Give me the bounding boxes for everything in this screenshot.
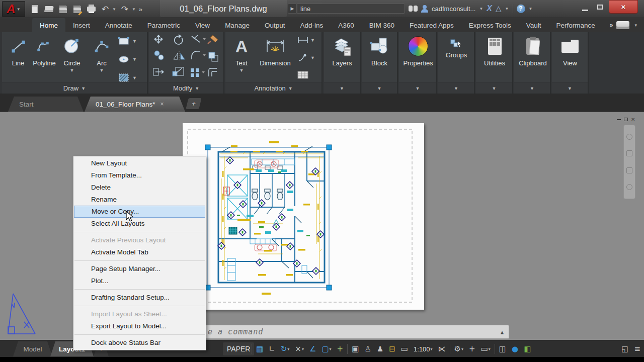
circle-dropdown[interactable]: ▼: [70, 68, 74, 73]
ribbon-minimize-dropdown[interactable]: ▾: [634, 23, 637, 28]
redo-dropdown[interactable]: ▼: [132, 7, 136, 12]
ortho-mode-icon[interactable]: ∟: [267, 344, 277, 354]
drawing-restore-icon[interactable]: [624, 118, 628, 121]
leader-dropdown[interactable]: ▼: [310, 55, 315, 60]
menu-item-page-setup-manager[interactable]: Page Setup Manager...: [73, 263, 206, 275]
ellipse-tool-button[interactable]: ▼: [118, 54, 137, 64]
panel-label-annotation[interactable]: Annotation▼: [225, 82, 321, 94]
isometric-drafting-icon[interactable]: ×▾: [293, 344, 305, 354]
panel-expand-clipboard[interactable]: ▼: [514, 82, 550, 94]
annotation-autoscale-icon[interactable]: ♟: [375, 344, 385, 354]
ribbon-tab-view[interactable]: View: [188, 18, 217, 32]
command-line[interactable]: e a command ▲: [196, 325, 509, 339]
trim-icon[interactable]: [192, 35, 206, 42]
explode-icon[interactable]: [209, 52, 218, 61]
new-drawing-tab-button[interactable]: +: [186, 98, 201, 109]
qat-more-button[interactable]: »: [139, 6, 141, 13]
search-input[interactable]: line: [297, 4, 405, 14]
copy-icon[interactable]: [154, 51, 164, 60]
linear-dimension-dropdown[interactable]: ▼: [310, 38, 315, 43]
command-history-expand-icon[interactable]: ▲: [501, 329, 504, 335]
ribbon-tab-express-tools[interactable]: Express Tools: [461, 18, 519, 32]
ribbon-tab-a360[interactable]: A360: [331, 18, 362, 32]
fillet-icon[interactable]: [192, 51, 206, 59]
paper-space-button[interactable]: PAPER: [223, 342, 254, 355]
navigation-bar[interactable]: [623, 125, 635, 199]
command-prompt-text[interactable]: e a command: [197, 327, 263, 336]
menu-item-rename[interactable]: Rename: [73, 194, 206, 206]
ellipse-dropdown[interactable]: ▼: [132, 57, 137, 62]
rectangle-dropdown[interactable]: ▼: [132, 39, 137, 44]
ribbon-tab-vault[interactable]: Vault: [519, 18, 549, 32]
stretch-icon[interactable]: [153, 68, 164, 75]
workspace-settings-icon[interactable]: ⚙▾: [453, 344, 465, 354]
groups-button[interactable]: Groups: [441, 37, 471, 59]
orbit-icon[interactable]: [626, 184, 632, 190]
open-file-button[interactable]: [43, 4, 54, 15]
polar-tracking-icon[interactable]: ↻▾: [279, 344, 291, 354]
viewport-border[interactable]: [208, 147, 329, 288]
help-dropdown[interactable]: ▼: [529, 7, 533, 11]
erase-icon[interactable]: [208, 35, 218, 44]
user-avatar-icon[interactable]: [421, 5, 428, 13]
mirror-icon[interactable]: [174, 51, 185, 60]
rectangle-tool-button[interactable]: ▼: [118, 36, 137, 46]
ribbon-tab-insert[interactable]: Insert: [65, 18, 98, 32]
clipboard-button[interactable]: Clipboard: [515, 34, 550, 67]
ribbon-tab-parametric[interactable]: Parametric: [140, 18, 188, 32]
viewport-scale-label[interactable]: 1:100▾: [412, 344, 434, 354]
save-as-button[interactable]: [71, 4, 83, 15]
panel-expand-layers[interactable]: ▼: [324, 82, 360, 94]
undo-button[interactable]: ↶: [100, 4, 111, 15]
polyline-button[interactable]: Polyline: [31, 34, 57, 67]
quick-add-icon[interactable]: +: [467, 344, 477, 354]
panel-expand-view[interactable]: ▼: [552, 82, 588, 94]
annotation-visibility-icon[interactable]: ♙: [363, 344, 372, 354]
menu-item-new-layout[interactable]: New Layout: [73, 157, 206, 169]
tab-overflow-icon[interactable]: »: [610, 22, 612, 29]
offset-icon[interactable]: [209, 68, 217, 76]
menu-item-move-or-copy[interactable]: Move or Copy...: [74, 206, 205, 218]
ribbon-tab-performance[interactable]: Performance: [548, 18, 602, 32]
menu-item-plot[interactable]: Plot...: [73, 275, 206, 287]
close-tab-icon[interactable]: ×: [160, 101, 164, 108]
panel-expand-properties[interactable]: ▼: [399, 82, 436, 94]
menu-item-select-all-layouts[interactable]: Select All Layouts: [73, 218, 206, 230]
arc-dropdown[interactable]: ▼: [100, 68, 104, 73]
ribbon-tab-manage[interactable]: Manage: [217, 18, 257, 32]
rotate-icon[interactable]: [175, 34, 183, 44]
undo-dropdown[interactable]: ▼: [112, 7, 116, 12]
graphics-performance-icon[interactable]: ◧: [522, 344, 532, 354]
object-snap-tracking-icon[interactable]: ∠: [308, 344, 317, 354]
file-tab-start[interactable]: Start: [8, 97, 84, 112]
menu-item-delete[interactable]: Delete: [73, 182, 206, 194]
annotation-scale-icon[interactable]: ⋉: [437, 344, 447, 354]
redo-button[interactable]: ↷: [119, 4, 130, 15]
ribbon-tab-featured-apps[interactable]: Featured Apps: [402, 18, 461, 32]
menu-item-drafting-standard-setup[interactable]: Drafting Standard Setup...: [73, 292, 206, 304]
menu-item-from-template[interactable]: From Template...: [73, 169, 206, 182]
help-icon[interactable]: ?: [517, 5, 525, 13]
isolate-objects-icon[interactable]: ◫: [498, 344, 508, 354]
annotation-monitor-icon[interactable]: ▣: [350, 344, 360, 354]
full-navigation-wheel-icon[interactable]: [626, 134, 632, 140]
minimize-button[interactable]: [580, 5, 591, 11]
file-tab-document[interactable]: 01_06_Floor Plans* ×: [85, 97, 185, 112]
drawing-minimize-icon[interactable]: [617, 119, 621, 120]
ribbon-tab-home[interactable]: Home: [32, 18, 65, 32]
hardware-acceleration-icon[interactable]: ●: [510, 344, 520, 354]
scale-icon[interactable]: [173, 67, 184, 76]
panel-expand-block[interactable]: ▼: [362, 82, 397, 94]
ribbon-tab-annotate[interactable]: Annotate: [98, 18, 140, 32]
panel-label-modify[interactable]: Modify▼: [149, 82, 223, 94]
ribbon-tab-add-ins[interactable]: Add-ins: [292, 18, 331, 32]
ribbon-tab-bim-360[interactable]: BIM 360: [362, 18, 402, 32]
user-dropdown[interactable]: ▼: [479, 7, 483, 11]
hatch-tool-button[interactable]: ▼: [118, 72, 137, 83]
panel-label-draw[interactable]: Draw▼: [2, 82, 147, 94]
share-dropdown[interactable]: ▼: [505, 7, 509, 11]
object-snap-icon[interactable]: ▢▾: [320, 344, 333, 354]
properties-button[interactable]: Properties: [402, 34, 434, 67]
snap-mode-icon[interactable]: ▦: [255, 344, 265, 354]
signed-in-user[interactable]: cadfmconsult...: [432, 5, 475, 13]
